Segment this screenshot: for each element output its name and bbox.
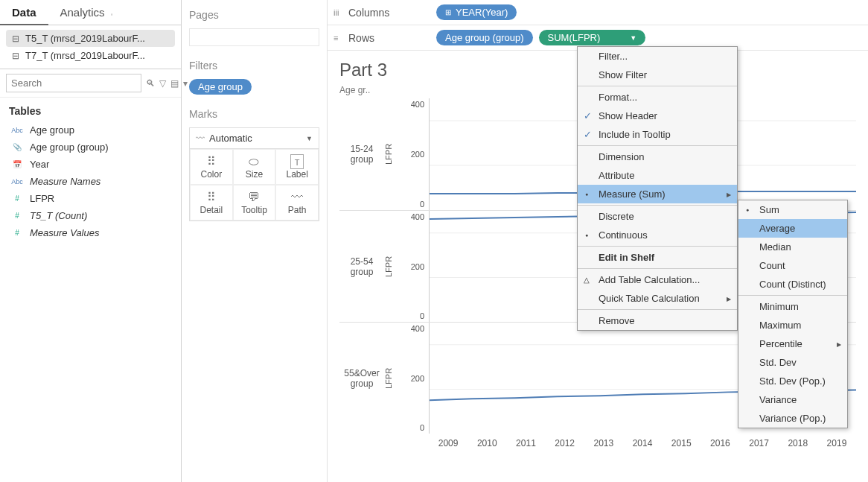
marks-path[interactable]: 〰Path	[275, 185, 319, 221]
database-icon: ⊟	[10, 34, 21, 44]
sidebar-tabs: Data Analytics ◦	[0, 0, 181, 25]
menu-attribute[interactable]: Attribute	[578, 166, 737, 185]
marks-card: 〰 Automatic ▼ ⠿Color ⬭Size TLabel ⠿Detai…	[189, 127, 319, 221]
datasource-label: T7_T (mrsd_2019LabourF...	[25, 50, 145, 61]
menu-dimension[interactable]: Dimension	[578, 148, 737, 166]
marks-label[interactable]: TLabel	[275, 149, 319, 185]
tab-data[interactable]: Data	[0, 0, 48, 25]
caret-icon: ◦	[111, 11, 113, 18]
submenu-sum[interactable]: Sum	[738, 200, 847, 219]
tab-analytics[interactable]: Analytics ◦	[48, 0, 125, 25]
separator	[578, 246, 737, 247]
y-ticks: 4002000	[399, 323, 429, 434]
marks-detail[interactable]: ⠿Detail	[190, 185, 233, 221]
separator	[578, 309, 737, 310]
pill-label: YEAR(Year)	[456, 7, 508, 18]
measure-icon	[10, 229, 24, 237]
field-measure-values[interactable]: Measure Values	[4, 224, 176, 241]
menu-show-header[interactable]: Show Header	[578, 107, 737, 125]
separator	[578, 268, 737, 269]
search-icon[interactable]: 🔍︎	[146, 78, 155, 89]
search-input[interactable]	[6, 74, 141, 92]
menu-edit-in-shelf[interactable]: Edit in Shelf	[578, 248, 737, 267]
search-bar: 🔍︎ ▽ ▤ ▾	[0, 69, 181, 98]
pages-shelf[interactable]	[189, 28, 319, 46]
field-t5-count[interactable]: T5_T (Count)	[4, 207, 176, 224]
pill-sum-lfpr[interactable]: SUM(LFPR)▼	[539, 30, 646, 45]
datasource-item-t7[interactable]: ⊟ T7_T (mrsd_2019LabourF...	[6, 47, 175, 64]
filter-pill-age-group[interactable]: Age group	[189, 79, 252, 95]
menu-discrete[interactable]: Discrete	[578, 207, 737, 226]
grid-icon[interactable]: ▤	[170, 78, 179, 89]
columns-label: Columns	[348, 7, 389, 19]
marks-cell-label: Path	[276, 205, 318, 215]
field-label: T5_T (Count)	[30, 210, 87, 221]
y-axis-label: LFPR	[384, 211, 399, 322]
pill-label: SUM(LFPR)	[548, 32, 601, 43]
plus-icon: ⊞	[445, 8, 451, 16]
date-icon	[10, 160, 24, 168]
menu-filter[interactable]: Filter...	[578, 47, 737, 66]
submenu-std-dev[interactable]: Std. Dev	[738, 353, 847, 372]
marks-cell-label: Detail	[191, 205, 232, 215]
tables-header: Tables	[0, 98, 181, 121]
marks-color[interactable]: ⠿Color	[190, 149, 233, 185]
submenu-maximum[interactable]: Maximum	[738, 316, 847, 334]
submenu-minimum[interactable]: Minimum	[738, 297, 847, 316]
columns-shelf[interactable]: iiiColumns ⊞YEAR(Year)	[328, 0, 868, 25]
menu-format[interactable]: Format...	[578, 88, 737, 107]
submenu-count-distinct[interactable]: Count (Distinct)	[738, 275, 847, 294]
marks-size[interactable]: ⬭Size	[233, 149, 276, 185]
path-icon: 〰	[276, 190, 318, 205]
rows-icon: ≡	[334, 34, 344, 42]
marks-cell-label: Tooltip	[234, 205, 275, 215]
field-label: Age group	[30, 124, 74, 136]
text-icon	[10, 126, 24, 134]
submenu-count[interactable]: Count	[738, 256, 847, 275]
field-year[interactable]: Year	[4, 156, 176, 173]
menu-quick-table-calc[interactable]: Quick Table Calculation	[578, 289, 737, 308]
separator	[578, 205, 737, 206]
menu-add-table-calc[interactable]: Add Table Calculation...	[578, 270, 737, 289]
row-label: 25-54 group	[339, 211, 384, 322]
row-label: 55&Over group	[339, 323, 384, 434]
submenu-percentile[interactable]: Percentile	[738, 334, 847, 353]
field-age-group[interactable]: Age group	[4, 121, 176, 139]
separator	[578, 145, 737, 146]
submenu-std-dev-pop[interactable]: Std. Dev (Pop.)	[738, 372, 847, 390]
field-lfpr[interactable]: LFPR	[4, 190, 176, 207]
chevron-down-icon: ▼	[630, 34, 636, 42]
filter-icon[interactable]: ▽	[159, 78, 166, 89]
submenu-average[interactable]: Average	[738, 219, 847, 238]
marks-tooltip[interactable]: 💬︎Tooltip	[233, 185, 276, 221]
menu-include-tooltip[interactable]: Include in Tooltip	[578, 125, 737, 144]
line-icon: 〰	[196, 133, 205, 144]
field-age-group-group[interactable]: Age group (group)	[4, 139, 176, 156]
submenu-variance[interactable]: Variance	[738, 390, 847, 409]
menu-measure[interactable]: Measure (Sum)	[578, 185, 737, 203]
pill-age-group-group[interactable]: Age group (group)	[436, 30, 533, 45]
field-label: Measure Names	[30, 176, 100, 187]
menu-continuous[interactable]: Continuous	[578, 226, 737, 244]
color-icon: ⠿	[191, 154, 232, 169]
marks-cell-label: Color	[191, 169, 232, 180]
marks-type-select[interactable]: 〰 Automatic ▼	[190, 128, 319, 149]
field-measure-names[interactable]: Measure Names	[4, 173, 176, 190]
chevron-down-icon: ▼	[306, 135, 313, 142]
field-label: Year	[30, 159, 49, 170]
submenu-median[interactable]: Median	[738, 238, 847, 256]
datasource-item-t5[interactable]: ⊟ T5_T (mrsd_2019LabourF...	[6, 30, 175, 47]
pill-context-menu: Filter... Show Filter Format... Show Hea…	[577, 46, 738, 331]
marks-cell-label: Size	[234, 169, 275, 180]
marks-label: Marks	[189, 105, 319, 127]
tooltip-icon: 💬︎	[234, 190, 275, 205]
submenu-variance-pop[interactable]: Variance (Pop.)	[738, 409, 847, 428]
database-icon: ⊟	[10, 51, 21, 61]
menu-show-filter[interactable]: Show Filter	[578, 66, 737, 84]
menu-remove[interactable]: Remove	[578, 311, 737, 330]
marks-cell-label: Label	[276, 169, 318, 180]
datasource-label: T5_T (mrsd_2019LabourF...	[25, 33, 145, 44]
field-label: Age group (group)	[30, 142, 109, 153]
size-icon: ⬭	[234, 154, 275, 169]
pill-year[interactable]: ⊞YEAR(Year)	[436, 4, 517, 20]
